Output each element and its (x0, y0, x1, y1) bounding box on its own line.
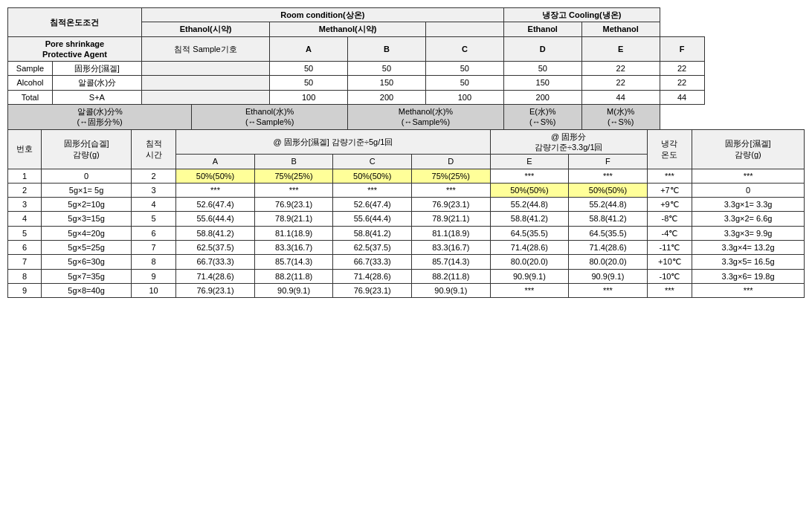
row6-c: 62.5(37.5) (333, 241, 412, 255)
row7-d: 85.7(14.3) (412, 255, 491, 269)
row6-b: 83.3(16.7) (254, 241, 333, 255)
row9-b: 90.9(9.1) (254, 283, 333, 297)
row5-d: 81.1(18.9) (412, 226, 491, 240)
sample-d: 50 (503, 62, 581, 76)
b-col-header: B (348, 36, 426, 62)
row6-a: 62.5(37.5) (176, 241, 255, 255)
row3-b: 76.9(23.1) (254, 198, 333, 212)
row1-no: 1 (8, 169, 42, 183)
row1-ct: *** (647, 169, 692, 183)
methanol-reagent-header: Methanol(시약) (270, 22, 426, 36)
room-header: Room condition(상온) (141, 8, 503, 22)
row8-sc: 3.3g×6= 19.8g (692, 269, 805, 283)
row2-f: 50%(50%) (569, 183, 648, 197)
alcohol-a: 50 (270, 76, 348, 90)
col-f: F (569, 155, 648, 169)
row8-ct: -10℃ (647, 269, 692, 283)
e-col-header: E (581, 36, 660, 62)
row6-ct: -11℃ (647, 241, 692, 255)
row2-c: *** (333, 183, 412, 197)
row3-solid: 5g×2=10g (42, 198, 132, 212)
row8-b: 88.2(11.8) (254, 269, 333, 283)
f-col-header: F (660, 36, 704, 62)
main-table: 침적온도조건 Room condition(상온) 냉장고 Cooling(냉온… (7, 7, 805, 105)
row6-solid: 5g×5=25g (42, 241, 132, 255)
row9-a: 76.9(23.1) (176, 283, 255, 297)
bun-ho-header: 번호 (8, 129, 42, 169)
row7-f: 80.0(20.0) (569, 255, 648, 269)
row9-ct: *** (647, 283, 692, 297)
row7-no: 7 (8, 255, 42, 269)
row7-sc: 3.3g×5= 16.5g (692, 255, 805, 269)
cond-header: 침적온도조건 (8, 8, 142, 37)
row8-d: 88.2(11.8) (412, 269, 491, 283)
col-c: C (333, 155, 412, 169)
row4-e: 58.8(41.2) (490, 212, 569, 226)
row8-f: 90.9(9.1) (569, 269, 648, 283)
row3-ct: +9℃ (647, 198, 692, 212)
row4-a: 55.6(44.4) (176, 212, 255, 226)
row9-no: 9 (8, 283, 42, 297)
at-solid-cool-header: @ 固形分 감량기준÷3.3g/1回 (490, 129, 647, 155)
total-d: 200 (503, 90, 581, 104)
sample-e: 22 (581, 62, 660, 76)
ethanol-pct-header: Ethanol(水)% (↔Sample%) (192, 105, 348, 130)
pct-section-header: 알콜(水)分% (↔固形分%) (8, 105, 192, 130)
solid-loss-cool-header: 固形分[濕겔] 감량(g) (692, 129, 805, 169)
row8-c: 71.4(28.6) (333, 269, 412, 283)
row2-e: 50%(50%) (490, 183, 569, 197)
row7-a: 66.7(33.3) (176, 255, 255, 269)
row4-solid: 5g×3=15g (42, 212, 132, 226)
row9-solid: 5g×8=40g (42, 283, 132, 297)
row4-time: 5 (131, 212, 175, 226)
row9-c: 76.9(23.1) (333, 283, 412, 297)
sample-c: 50 (425, 62, 503, 76)
total-b: 200 (348, 90, 426, 104)
alcohol-label: Alcohol (8, 76, 53, 90)
row2-ct: +7℃ (647, 183, 692, 197)
row2-b: *** (254, 183, 333, 197)
alcohol-b: 150 (348, 76, 426, 90)
row6-d: 83.3(16.7) (412, 241, 491, 255)
row1-time: 2 (131, 169, 175, 183)
total-c: 100 (425, 90, 503, 104)
sa-label: S+A (52, 90, 141, 104)
row9-e: *** (490, 283, 569, 297)
data-table: 번호 固形分[습겔] 감량(g) 침적 시간 @ 固形分[濕겔] 감량기준÷5g… (7, 129, 805, 299)
row5-c: 58.8(41.2) (333, 226, 412, 240)
cool-temp-header: 냉각 온도 (647, 129, 692, 169)
sample-f: 22 (660, 62, 704, 76)
row5-sc: 3.3g×3= 9.9g (692, 226, 805, 240)
row3-time: 4 (131, 198, 175, 212)
row6-sc: 3.3g×4= 13.2g (692, 241, 805, 255)
row2-solid: 5g×1= 5g (42, 183, 132, 197)
percent-table: 알콜(水)分% (↔固形分%) Ethanol(水)% (↔Sample%) M… (7, 104, 805, 130)
row1-b: 75%(25%) (254, 169, 333, 183)
e-pct-header: E(水)% (↔S%) (503, 105, 581, 130)
alcohol-f: 22 (660, 76, 704, 90)
row1-c: 50%(50%) (333, 169, 412, 183)
solid-label: 固形分[濕겔] (52, 62, 141, 76)
m-pct-header: M(水)% (↔S%) (581, 105, 660, 130)
d-col-header: D (503, 36, 581, 62)
immersion-time-header: 침적 시간 (131, 129, 175, 169)
sample-b: 50 (348, 62, 426, 76)
row8-a: 71.4(28.6) (176, 269, 255, 283)
row5-a: 58.8(41.2) (176, 226, 255, 240)
row2-d: *** (412, 183, 491, 197)
sample-a: 50 (270, 62, 348, 76)
row7-solid: 5g×6=30g (42, 255, 132, 269)
total-f: 44 (660, 90, 704, 104)
row4-no: 4 (8, 212, 42, 226)
row6-time: 7 (131, 241, 175, 255)
row8-no: 8 (8, 269, 42, 283)
row8-solid: 5g×7=35g (42, 269, 132, 283)
row5-ct: -4℃ (647, 226, 692, 240)
row3-no: 3 (8, 198, 42, 212)
row8-time: 9 (131, 269, 175, 283)
row5-b: 81.1(18.9) (254, 226, 333, 240)
row2-sc: 0 (692, 183, 805, 197)
row5-solid: 5g×4=20g (42, 226, 132, 240)
row5-f: 64.5(35.5) (569, 226, 648, 240)
row3-a: 52.6(47.4) (176, 198, 255, 212)
